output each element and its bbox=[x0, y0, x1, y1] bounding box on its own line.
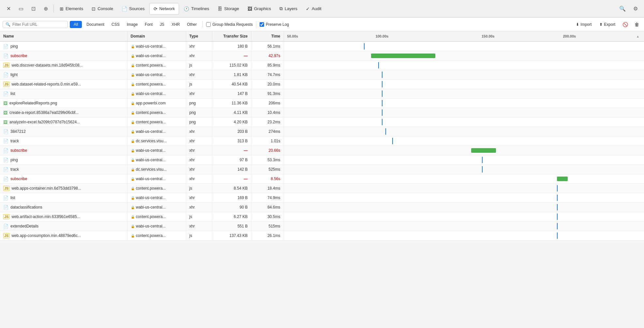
filter-font-button[interactable]: Font bbox=[142, 21, 155, 28]
filter-other-button[interactable]: Other bbox=[184, 21, 199, 28]
size-text: 1.81 KB bbox=[234, 72, 248, 77]
filter-all-button[interactable]: All bbox=[70, 21, 82, 28]
file-name: subscribe bbox=[10, 148, 27, 153]
cell-domain: 🔒 content.powera... bbox=[127, 117, 186, 127]
col-header-domain[interactable]: Domain bbox=[127, 31, 186, 41]
time-text: 515ms bbox=[268, 224, 280, 228]
cell-size: 147 B bbox=[212, 89, 251, 99]
filter-image-button[interactable]: Image bbox=[124, 21, 140, 28]
cell-type: js bbox=[186, 212, 212, 222]
file-name: analyzeIn-excel.fa209fc0787d7b15624... bbox=[9, 120, 80, 124]
file-name: list bbox=[10, 195, 15, 200]
table-row[interactable]: 🖼 create-a-report.85386a7ea029fe06cbf...… bbox=[0, 108, 644, 117]
cell-name: 📄 ping bbox=[0, 41, 127, 51]
tab-graphics[interactable]: 🖼 Graphics bbox=[244, 3, 275, 15]
timeline-tick bbox=[482, 166, 483, 173]
cell-timeline bbox=[284, 108, 644, 117]
cell-time: 1.01s bbox=[251, 136, 284, 146]
close-button[interactable]: ✕ bbox=[3, 3, 14, 15]
layout1-button[interactable]: ▭ bbox=[15, 3, 27, 15]
cell-domain: 🔒 wabi-us-central... bbox=[127, 155, 186, 165]
table-row[interactable]: JS web.artifact-action.min.633f9b1e6585.… bbox=[0, 212, 644, 222]
cell-time: 30.5ms bbox=[251, 212, 284, 222]
preserve-log-checkbox[interactable] bbox=[260, 22, 264, 27]
timeline-cell-content bbox=[285, 108, 643, 117]
table-row[interactable]: 📄 subscribe 🔒 wabi-us-central... xhr — 2… bbox=[0, 146, 644, 155]
table-row[interactable]: 📄 dataclassifications 🔒 wabi-us-central.… bbox=[0, 203, 644, 212]
filter-document-button[interactable]: Document bbox=[84, 21, 107, 28]
domain-text: content.powera... bbox=[136, 186, 166, 191]
type-text: png bbox=[189, 110, 196, 115]
table-row[interactable]: 📄 list 🔒 wabi-us-central... xhr 169 B 74… bbox=[0, 193, 644, 203]
filter-input-wrap: 🔍 bbox=[3, 21, 68, 28]
domain-text: wabi-us-central... bbox=[136, 91, 166, 96]
filter-xhr-button[interactable]: XHR bbox=[169, 21, 182, 28]
cell-timeline bbox=[284, 203, 644, 212]
table-row[interactable]: JS web.apps-container.min.6d753dd3798...… bbox=[0, 184, 644, 193]
search-button[interactable]: 🔍 bbox=[617, 3, 628, 15]
filter-css-button[interactable]: CSS bbox=[109, 21, 122, 28]
col-header-timeline[interactable]: 50.00s 100.00s 150.00s 200.00s ▲ bbox=[284, 31, 644, 41]
size-text: 169 B bbox=[237, 195, 247, 200]
group-media-checkbox[interactable] bbox=[206, 22, 211, 27]
col-header-name[interactable]: Name bbox=[0, 31, 127, 41]
settings-button[interactable]: ⚙ bbox=[630, 3, 641, 15]
cell-size: 551 B bbox=[212, 222, 251, 231]
lock-icon: 🔒 bbox=[131, 130, 135, 133]
table-row[interactable]: 📄 track 🔒 dc.services.visu... xhr 313 B … bbox=[0, 136, 644, 146]
table-row[interactable]: 📄 light 🔒 wabi-us-central... xhr 1.81 KB… bbox=[0, 70, 644, 80]
table-row[interactable]: JS web.dataset-related-reports.0.min.e59… bbox=[0, 80, 644, 89]
file-name: web.apps-container.min.6d753dd3798... bbox=[11, 186, 81, 191]
timeline-cell-content bbox=[285, 61, 643, 70]
table-row[interactable]: JS web.app-consumption.min.48879ed6c... … bbox=[0, 231, 644, 241]
table-row[interactable]: 📄 subscribe 🔒 wabi-us-central... xhr — 8… bbox=[0, 174, 644, 184]
col-header-size[interactable]: Transfer Size bbox=[212, 31, 251, 41]
table-row[interactable]: 📄 3847212 🔒 wabi-us-central... xhr 203 B… bbox=[0, 127, 644, 136]
nav-right-buttons: 🔍 ⚙ bbox=[617, 3, 641, 15]
table-row[interactable]: 🖼 analyzeIn-excel.fa209fc0787d7b15624...… bbox=[0, 117, 644, 127]
tab-timelines[interactable]: 🕐 Timelines bbox=[180, 3, 213, 15]
time-text: 30.5ms bbox=[267, 214, 280, 219]
import-button[interactable]: ⬇ Import bbox=[573, 21, 594, 28]
cell-name: 📄 track bbox=[0, 165, 127, 174]
tab-sources[interactable]: 📄 Sources bbox=[118, 3, 149, 15]
type-text: js bbox=[189, 82, 192, 86]
filter-input[interactable] bbox=[12, 22, 65, 27]
layout2-button[interactable]: ⊡ bbox=[27, 3, 39, 15]
tab-elements[interactable]: ⊞ Elements bbox=[56, 3, 87, 15]
table-header-row: Name Domain Type Transfer Size Time 50.0… bbox=[0, 31, 644, 41]
doc-file-icon: 📄 bbox=[3, 205, 8, 210]
table-row[interactable]: 📄 track 🔒 dc.services.visu... xhr 142 B … bbox=[0, 165, 644, 174]
cell-domain: 🔒 content.powera... bbox=[127, 212, 186, 222]
elements-icon: ⊞ bbox=[60, 6, 64, 11]
tab-layers[interactable]: ⧉ Layers bbox=[276, 3, 301, 15]
col-header-type[interactable]: Type bbox=[186, 31, 212, 41]
table-row[interactable]: 📄 list 🔒 wabi-us-central... xhr 147 B 91… bbox=[0, 89, 644, 99]
doc-file-icon: 📄 bbox=[3, 72, 8, 77]
table-row[interactable]: 📄 extendedDetails 🔒 wabi-us-central... x… bbox=[0, 222, 644, 231]
table-row[interactable]: JS web.discover-datasets.min.18d945fc08.… bbox=[0, 61, 644, 70]
target-button[interactable]: ⊕ bbox=[40, 3, 52, 15]
preserve-log-label[interactable]: Preserve Log bbox=[260, 22, 289, 27]
table-row[interactable]: 📄 subscribe 🔒 wabi-us-central... xhr — 4… bbox=[0, 51, 644, 61]
filter-js-button[interactable]: JS bbox=[157, 21, 167, 28]
tab-audit[interactable]: ✓ Audit bbox=[302, 3, 325, 15]
cell-size: 137.43 KB bbox=[212, 231, 251, 241]
clear-button[interactable]: 🚫 bbox=[621, 20, 630, 29]
time-text: 20.0ms bbox=[267, 82, 280, 86]
group-media-label[interactable]: Group Media Requests bbox=[206, 22, 252, 27]
timeline-tick bbox=[557, 195, 558, 201]
export-button[interactable]: ⬆ Export bbox=[597, 21, 618, 28]
size-text: 90 B bbox=[240, 205, 248, 210]
table-row[interactable]: 📄 ping 🔒 wabi-us-central... xhr 97 B 53.… bbox=[0, 155, 644, 165]
table-row[interactable]: 📄 ping 🔒 wabi-us-central... xhr 180 B 56… bbox=[0, 41, 644, 51]
table-row[interactable]: 🖼 exploreRelatedReports.png 🔒 app.powerb… bbox=[0, 99, 644, 108]
cell-type: png bbox=[186, 117, 212, 127]
col-header-time[interactable]: Time bbox=[251, 31, 284, 41]
cell-time: 8.56s bbox=[251, 174, 284, 184]
tab-console[interactable]: ⊡ Console bbox=[88, 3, 117, 15]
tab-storage[interactable]: 🗄 Storage bbox=[214, 3, 243, 15]
tab-network[interactable]: ⟳ Network bbox=[149, 3, 179, 15]
cell-domain: 🔒 content.powera... bbox=[127, 80, 186, 89]
trash-button[interactable]: 🗑 bbox=[632, 20, 641, 29]
